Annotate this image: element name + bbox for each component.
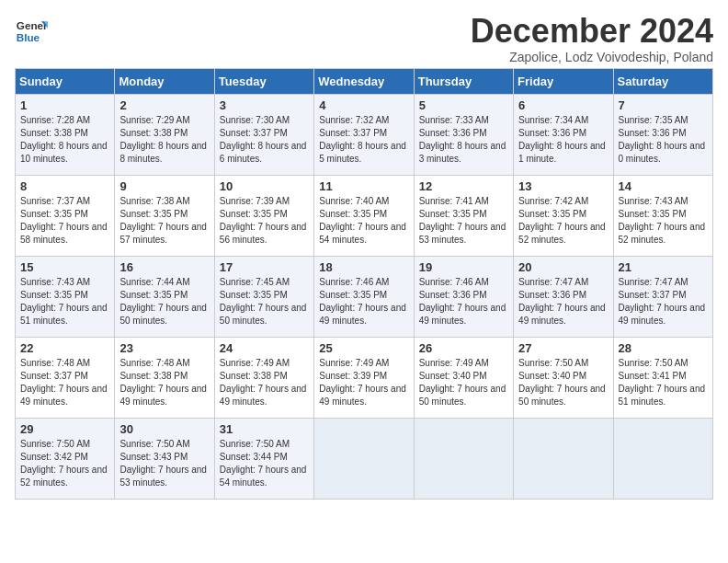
day-number: 9 [119,179,209,193]
calendar-week-4: 22Sunrise: 7:48 AMSunset: 3:37 PMDayligh… [16,338,713,419]
day-number: 16 [119,260,209,274]
day-info: Sunrise: 7:30 AMSunset: 3:37 PMDaylight:… [220,114,309,166]
day-info: Sunrise: 7:43 AMSunset: 3:35 PMDaylight:… [619,195,708,247]
logo: General Blue [15,15,48,48]
calendar-cell: 4Sunrise: 7:32 AMSunset: 3:37 PMDaylight… [314,95,414,176]
day-info: Sunrise: 7:37 AMSunset: 3:35 PMDaylight:… [20,195,109,247]
day-number: 17 [220,260,309,274]
weekday-header-sunday: Sunday [16,69,115,95]
day-number: 22 [20,341,109,355]
day-info: Sunrise: 7:42 AMSunset: 3:35 PMDaylight:… [518,195,608,247]
day-info: Sunrise: 7:38 AMSunset: 3:35 PMDaylight:… [119,195,209,247]
day-info: Sunrise: 7:46 AMSunset: 3:35 PMDaylight:… [319,276,408,327]
day-info: Sunrise: 7:47 AMSunset: 3:37 PMDaylight:… [619,276,708,327]
calendar-week-2: 8Sunrise: 7:37 AMSunset: 3:35 PMDaylight… [16,176,713,257]
day-info: Sunrise: 7:49 AMSunset: 3:40 PMDaylight:… [419,357,508,408]
day-info: Sunrise: 7:33 AMSunset: 3:36 PMDaylight:… [419,114,508,166]
weekday-header-wednesday: Wednesday [314,69,414,95]
calendar-cell: 18Sunrise: 7:46 AMSunset: 3:35 PMDayligh… [314,257,414,338]
weekday-header-row: SundayMondayTuesdayWednesdayThursdayFrid… [16,69,713,95]
calendar-week-3: 15Sunrise: 7:43 AMSunset: 3:35 PMDayligh… [16,257,713,338]
day-info: Sunrise: 7:44 AMSunset: 3:35 PMDaylight:… [119,276,209,327]
title-area: December 2024 Zapolice, Lodz Voivodeship… [471,15,713,64]
day-number: 27 [518,341,608,355]
day-number: 24 [220,341,309,355]
day-number: 18 [319,260,408,274]
day-info: Sunrise: 7:49 AMSunset: 3:39 PMDaylight:… [319,357,408,408]
day-number: 4 [319,98,408,112]
day-info: Sunrise: 7:35 AMSunset: 3:36 PMDaylight:… [619,114,708,166]
day-info: Sunrise: 7:41 AMSunset: 3:35 PMDaylight:… [419,195,508,247]
day-number: 23 [119,341,209,355]
day-number: 21 [619,260,708,274]
day-number: 3 [220,98,309,112]
calendar-cell: 27Sunrise: 7:50 AMSunset: 3:40 PMDayligh… [514,338,613,419]
weekday-header-saturday: Saturday [613,69,712,95]
day-number: 15 [20,260,109,274]
calendar-cell: 20Sunrise: 7:47 AMSunset: 3:36 PMDayligh… [514,257,613,338]
calendar-cell: 5Sunrise: 7:33 AMSunset: 3:36 PMDaylight… [414,95,513,176]
calendar-cell: 22Sunrise: 7:48 AMSunset: 3:37 PMDayligh… [16,338,115,419]
calendar-cell: 25Sunrise: 7:49 AMSunset: 3:39 PMDayligh… [314,338,414,419]
calendar-cell: 2Sunrise: 7:29 AMSunset: 3:38 PMDaylight… [115,95,214,176]
calendar-week-1: 1Sunrise: 7:28 AMSunset: 3:38 PMDaylight… [16,95,713,176]
day-number: 29 [20,422,109,436]
calendar-cell: 24Sunrise: 7:49 AMSunset: 3:38 PMDayligh… [214,338,313,419]
calendar-cell: 11Sunrise: 7:40 AMSunset: 3:35 PMDayligh… [314,176,414,257]
weekday-header-monday: Monday [115,69,214,95]
location-subtitle: Zapolice, Lodz Voivodeship, Poland [471,50,713,64]
calendar-cell [314,419,414,500]
day-info: Sunrise: 7:49 AMSunset: 3:38 PMDaylight:… [220,357,309,408]
day-number: 7 [619,98,708,112]
day-info: Sunrise: 7:50 AMSunset: 3:43 PMDaylight:… [119,438,209,489]
calendar-cell [613,419,712,500]
calendar-cell: 23Sunrise: 7:48 AMSunset: 3:38 PMDayligh… [115,338,214,419]
calendar-cell [514,419,613,500]
calendar-cell: 26Sunrise: 7:49 AMSunset: 3:40 PMDayligh… [414,338,513,419]
calendar-cell: 30Sunrise: 7:50 AMSunset: 3:43 PMDayligh… [115,419,214,500]
calendar-cell [414,419,513,500]
calendar-cell: 7Sunrise: 7:35 AMSunset: 3:36 PMDaylight… [613,95,712,176]
day-number: 26 [419,341,508,355]
calendar-cell: 8Sunrise: 7:37 AMSunset: 3:35 PMDaylight… [16,176,115,257]
page-header: General Blue December 2024 Zapolice, Lod… [15,15,713,64]
day-info: Sunrise: 7:39 AMSunset: 3:35 PMDaylight:… [220,195,309,247]
calendar-cell: 6Sunrise: 7:34 AMSunset: 3:36 PMDaylight… [514,95,613,176]
calendar-week-5: 29Sunrise: 7:50 AMSunset: 3:42 PMDayligh… [16,419,713,500]
day-info: Sunrise: 7:50 AMSunset: 3:40 PMDaylight:… [518,357,608,408]
day-info: Sunrise: 7:50 AMSunset: 3:42 PMDaylight:… [20,438,109,489]
day-info: Sunrise: 7:29 AMSunset: 3:38 PMDaylight:… [119,114,209,166]
day-info: Sunrise: 7:46 AMSunset: 3:36 PMDaylight:… [419,276,508,327]
calendar-cell: 1Sunrise: 7:28 AMSunset: 3:38 PMDaylight… [16,95,115,176]
calendar-cell: 19Sunrise: 7:46 AMSunset: 3:36 PMDayligh… [414,257,513,338]
calendar-cell: 16Sunrise: 7:44 AMSunset: 3:35 PMDayligh… [115,257,214,338]
day-info: Sunrise: 7:34 AMSunset: 3:36 PMDaylight:… [518,114,608,166]
day-number: 14 [619,179,708,193]
calendar-cell: 31Sunrise: 7:50 AMSunset: 3:44 PMDayligh… [214,419,313,500]
calendar-cell: 17Sunrise: 7:45 AMSunset: 3:35 PMDayligh… [214,257,313,338]
day-number: 20 [518,260,608,274]
calendar-cell: 21Sunrise: 7:47 AMSunset: 3:37 PMDayligh… [613,257,712,338]
calendar-cell: 12Sunrise: 7:41 AMSunset: 3:35 PMDayligh… [414,176,513,257]
calendar-cell: 9Sunrise: 7:38 AMSunset: 3:35 PMDaylight… [115,176,214,257]
day-number: 30 [119,422,209,436]
month-title: December 2024 [471,15,713,48]
day-number: 13 [518,179,608,193]
day-number: 10 [220,179,309,193]
day-number: 11 [319,179,408,193]
day-info: Sunrise: 7:48 AMSunset: 3:38 PMDaylight:… [119,357,209,408]
day-number: 6 [518,98,608,112]
svg-text:General: General [17,19,48,31]
day-info: Sunrise: 7:28 AMSunset: 3:38 PMDaylight:… [20,114,109,166]
calendar-cell: 13Sunrise: 7:42 AMSunset: 3:35 PMDayligh… [514,176,613,257]
day-info: Sunrise: 7:50 AMSunset: 3:41 PMDaylight:… [619,357,708,408]
calendar-table: SundayMondayTuesdayWednesdayThursdayFrid… [15,68,713,500]
calendar-cell: 15Sunrise: 7:43 AMSunset: 3:35 PMDayligh… [16,257,115,338]
day-number: 12 [419,179,508,193]
day-info: Sunrise: 7:50 AMSunset: 3:44 PMDaylight:… [220,438,309,489]
svg-text:Blue: Blue [17,31,40,43]
calendar-cell: 10Sunrise: 7:39 AMSunset: 3:35 PMDayligh… [214,176,313,257]
day-number: 28 [619,341,708,355]
day-info: Sunrise: 7:32 AMSunset: 3:37 PMDaylight:… [319,114,408,166]
day-number: 19 [419,260,508,274]
